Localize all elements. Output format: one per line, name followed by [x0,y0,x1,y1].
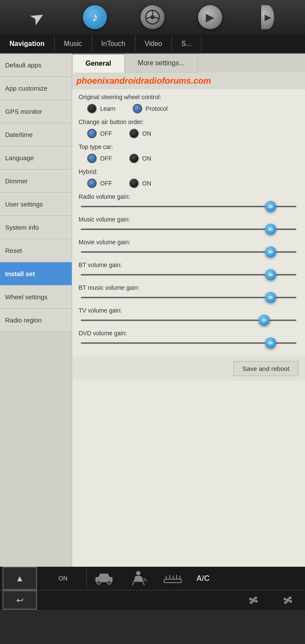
tv-volume-slider[interactable]: 30 [81,316,296,325]
save-btn-row: Save and reboot [72,357,305,380]
bt-volume-slider[interactable]: 30 [81,270,296,279]
save-reboot-button[interactable]: Save and reboot [233,361,299,376]
svg-point-18 [252,598,255,602]
back-arrow-icon: ↩ [16,595,24,605]
top-type-car-on-label: ON [142,155,151,162]
fan-low-btn[interactable] [236,592,271,608]
sidebar-item-dimmer[interactable]: Dimmer [0,170,72,193]
climate-defrost-icon-btn[interactable] [156,571,190,586]
sidebar-item-date-time[interactable]: Date/time [0,123,72,146]
ac-label[interactable]: A/C [190,574,216,583]
sidebar: Default apps App customize GPS monitor D… [0,54,72,567]
svg-point-11 [136,571,140,575]
top-icon-bar: ➤ ♪ ▶ ▶ [0,0,305,34]
top-type-car-off-option[interactable]: OFF [87,154,112,163]
tab-extra[interactable]: S... [172,34,201,53]
tab-video[interactable]: Video [135,34,172,53]
hybrid-on-option[interactable]: ON [129,179,151,188]
svg-line-3 [146,17,150,19]
air-button-on-radio[interactable] [129,129,139,138]
bt-volume-label: BT volume gain: [79,261,299,268]
bt-volume-thumb[interactable]: 30 [265,269,276,280]
climate-airflow-icon-btn[interactable] [121,571,156,586]
hybrid-on-radio[interactable] [129,179,139,188]
music-volume-thumb[interactable]: 30 [265,224,276,235]
steering-wheel-protocol-radio[interactable] [133,104,142,113]
climate-up-arrow-btn[interactable]: ▲ [3,567,37,590]
top-type-car-label: Top type car: [79,143,299,150]
radio-volume-section: Radio volume gain: 30 [79,193,299,211]
steering-icon-btn[interactable] [140,4,165,30]
steering-wheel-learn-radio[interactable] [87,104,97,113]
settings-content: Original steering wheel control: Learn P… [72,89,305,357]
climate-back-btn[interactable]: ↩ [3,590,37,610]
movie-volume-thumb[interactable]: 30 [265,246,276,258]
partial-icon-btn[interactable]: ▶ [255,4,281,30]
sidebar-item-default-apps[interactable]: Default apps [0,54,72,77]
bt-music-volume-thumb[interactable]: 30 [265,292,276,303]
svg-rect-12 [164,579,181,583]
sidebar-item-install-set[interactable]: Install set [0,262,72,286]
steering-wheel-learn-label: Learn [100,105,116,112]
svg-point-9 [98,582,100,583]
sidebar-item-gps-monitor[interactable]: GPS monitor [0,100,72,123]
sub-tab-general[interactable]: General [72,54,125,73]
climate-on-btn[interactable]: ON [40,567,87,590]
top-type-car-on-option[interactable]: ON [129,154,151,163]
hybrid-on-label: ON [142,180,151,187]
radio-volume-slider[interactable]: 30 [81,202,296,211]
top-type-car-on-radio[interactable] [129,154,139,163]
sidebar-item-system-info[interactable]: System info [0,216,72,239]
air-button-on-option[interactable]: ON [129,129,151,138]
air-button-label: Change air button order: [79,118,299,125]
music-volume-label: Music volume gain: [79,216,299,223]
tv-volume-thumb[interactable]: 30 [259,315,270,326]
sidebar-item-radio-region[interactable]: Radio region [0,309,72,332]
sidebar-item-app-customize[interactable]: App customize [0,77,72,100]
svg-point-19 [286,598,290,602]
bt-music-volume-track [81,297,296,298]
air-button-radio-group: OFF ON [87,129,299,138]
navigation-icon-btn[interactable]: ➤ [24,4,50,30]
on-label: ON [58,575,67,582]
hybrid-section: Hybrid: OFF ON [79,168,299,188]
bt-music-volume-section: BT music volume gain: 30 [79,284,299,302]
hybrid-radio-group: OFF ON [87,179,299,188]
top-type-car-radio-group: OFF ON [87,154,299,163]
svg-point-1 [150,15,155,19]
tab-music[interactable]: Music [55,34,92,53]
sidebar-item-language[interactable]: Language [0,146,72,170]
movie-volume-label: Movie volume gain: [79,239,299,246]
air-button-section: Change air button order: OFF ON [79,118,299,138]
bottom-climate-bar: ▲ ON [0,567,305,610]
steering-wheel-radio-group: Learn Protocol [87,104,299,113]
steering-wheel-learn-option[interactable]: Learn [87,104,116,113]
hybrid-off-radio[interactable] [87,179,97,188]
steering-wheel-protocol-option[interactable]: Protocol [133,104,168,113]
sub-tab-bar: General More settings... [72,54,305,73]
top-type-car-section: Top type car: OFF ON [79,143,299,163]
climate-bottom-row: ↩ [0,590,305,610]
tab-navigation[interactable]: Navigation [0,34,55,53]
play-icon-btn[interactable]: ▶ [197,4,223,30]
bt-music-volume-slider[interactable]: 30 [81,293,296,302]
dvd-volume-thumb[interactable]: 30 [265,337,276,349]
fan-high-btn[interactable] [271,592,305,608]
sub-tab-more-settings[interactable]: More settings... [125,54,198,73]
bt-volume-track [81,274,296,276]
music-icon-btn[interactable]: ♪ [82,4,108,30]
hybrid-off-option[interactable]: OFF [87,179,112,188]
sidebar-item-user-settings[interactable]: User settings [0,193,72,216]
music-volume-slider[interactable]: 30 [81,225,296,234]
movie-volume-slider[interactable]: 30 [81,248,296,256]
sidebar-item-wheel-settings[interactable]: Wheel settings [0,286,72,309]
air-button-off-option[interactable]: OFF [87,129,112,138]
sidebar-item-reset[interactable]: Reset [0,239,72,262]
air-button-off-radio[interactable] [87,129,97,138]
dvd-volume-slider[interactable]: 30 [81,339,296,347]
top-type-car-off-radio[interactable] [87,154,97,163]
radio-volume-thumb[interactable]: 30 [265,201,276,212]
climate-car-icon-btn[interactable] [87,572,121,585]
tab-intouch[interactable]: InTouch [92,34,135,53]
music-volume-track [81,229,296,230]
